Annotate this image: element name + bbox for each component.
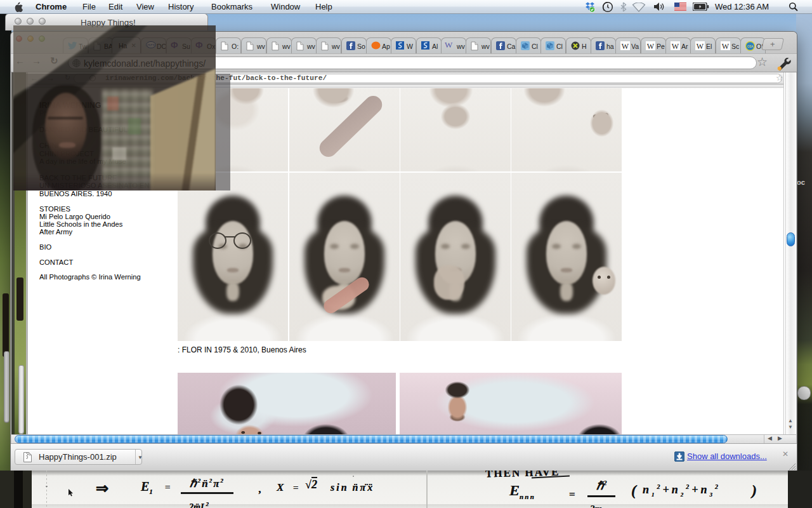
svg-text:W: W [722,42,730,51]
svg-text:W: W [697,42,704,51]
svg-text:W: W [647,42,655,51]
svg-text:W: W [672,42,679,51]
svg-text:OSA: OSA [747,45,754,48]
svg-text:W: W [622,42,629,51]
